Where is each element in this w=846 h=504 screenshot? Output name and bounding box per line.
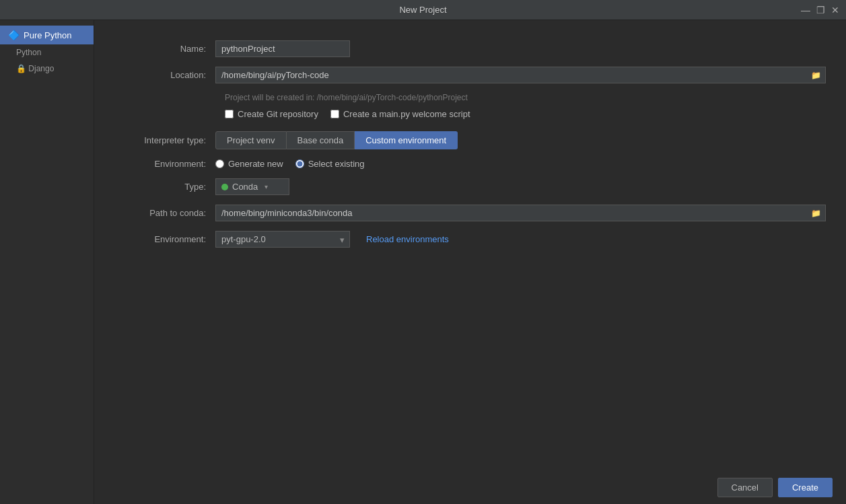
name-label: Name: (114, 44, 215, 54)
create-git-label[interactable]: Create Git repository (225, 109, 318, 119)
environment-select[interactable]: pyt-gpu-2.0 (215, 231, 350, 248)
type-value: Conda (232, 182, 258, 192)
type-dropdown[interactable]: Conda ▾ (215, 178, 289, 195)
name-row: Name: (114, 40, 826, 57)
environment-radio-label: Environment: (114, 159, 215, 169)
path-to-conda-row: Path to conda: 📁 (114, 205, 826, 221)
project-hint: Project will be created in: /home/bing/a… (225, 93, 826, 102)
django-icon: 🔒 (16, 64, 28, 73)
sidebar: 🔷 Pure Python Python 🔒 Django (0, 20, 94, 504)
create-git-text: Create Git repository (238, 109, 318, 119)
conda-browse-button[interactable]: 📁 (807, 205, 826, 221)
environment-select-group: pyt-gpu-2.0 Reload environments (215, 231, 449, 248)
sidebar-item-python-label: Python (16, 48, 41, 57)
title-bar: New Project — ❐ ✕ (0, 0, 846, 20)
location-row: Location: 📁 (114, 67, 826, 83)
cancel-button[interactable]: Cancel (717, 478, 773, 497)
location-label: Location: (114, 70, 215, 80)
radio-select-existing-text: Select existing (308, 159, 365, 169)
radio-generate-new[interactable]: Generate new (215, 159, 283, 169)
env-dropdown-wrap: pyt-gpu-2.0 (215, 231, 350, 248)
name-input[interactable] (215, 40, 350, 57)
tab-base-conda[interactable]: Base conda (287, 131, 355, 149)
environment-dropdown-row: Environment: pyt-gpu-2.0 Reload environm… (114, 231, 826, 248)
create-main-checkbox[interactable] (330, 110, 339, 118)
content-area: Name: Location: 📁 Project will be create… (94, 20, 846, 504)
conda-path-input[interactable] (215, 205, 826, 221)
pure-python-icon: 🔷 (8, 30, 20, 40)
radio-select-existing[interactable]: Select existing (295, 159, 365, 169)
type-dropdown-arrow: ▾ (265, 183, 268, 190)
maximize-button[interactable]: ❐ (815, 5, 826, 15)
tab-custom-environment[interactable]: Custom environment (355, 131, 458, 149)
reload-environments-link[interactable]: Reload environments (366, 234, 449, 244)
conda-path-wrap: 📁 (215, 205, 826, 221)
path-to-conda-label: Path to conda: (114, 208, 215, 218)
radio-generate-new-text: Generate new (228, 159, 283, 169)
environment-dropdown-label: Environment: (114, 234, 215, 244)
sidebar-item-pure-python-label: Pure Python (24, 30, 72, 40)
interpreter-tab-group: Project venv Base conda Custom environme… (215, 131, 458, 149)
sidebar-item-python[interactable]: Python (0, 44, 94, 61)
location-input[interactable] (215, 67, 826, 83)
radio-select-existing-input[interactable] (295, 159, 304, 168)
tab-project-venv[interactable]: Project venv (215, 131, 287, 149)
checkbox-row: Create Git repository Create a main.py w… (225, 109, 826, 119)
conda-folder-icon: 📁 (811, 209, 821, 218)
interpreter-type-label: Interpreter type: (114, 135, 215, 145)
sidebar-item-django-label: Django (28, 64, 54, 73)
window-controls: — ❐ ✕ (800, 5, 841, 15)
folder-icon: 📁 (811, 71, 821, 80)
create-button[interactable]: Create (778, 478, 833, 497)
browse-button[interactable]: 📁 (807, 67, 826, 83)
sidebar-item-django[interactable]: 🔒 Django (0, 61, 94, 77)
main-container: 🔷 Pure Python Python 🔒 Django Name: Loca… (0, 20, 846, 504)
create-main-text: Create a main.py welcome script (343, 109, 470, 119)
sidebar-item-pure-python[interactable]: 🔷 Pure Python (0, 26, 94, 44)
conda-status-dot (221, 184, 228, 190)
create-main-label[interactable]: Create a main.py welcome script (330, 109, 470, 119)
bottom-bar: Cancel Create (94, 471, 846, 504)
environment-radio-row: Environment: Generate new Select existin… (114, 159, 826, 169)
type-label: Type: (114, 182, 215, 192)
location-field-wrap: 📁 (215, 67, 826, 83)
radio-generate-new-input[interactable] (215, 159, 224, 168)
close-button[interactable]: ✕ (830, 5, 841, 15)
minimize-button[interactable]: — (800, 5, 811, 15)
type-row: Type: Conda ▾ (114, 178, 826, 195)
create-git-checkbox[interactable] (225, 110, 234, 118)
interpreter-type-row: Interpreter type: Project venv Base cond… (114, 131, 826, 149)
environment-radio-group: Generate new Select existing (215, 159, 365, 169)
window-title: New Project (399, 5, 446, 15)
